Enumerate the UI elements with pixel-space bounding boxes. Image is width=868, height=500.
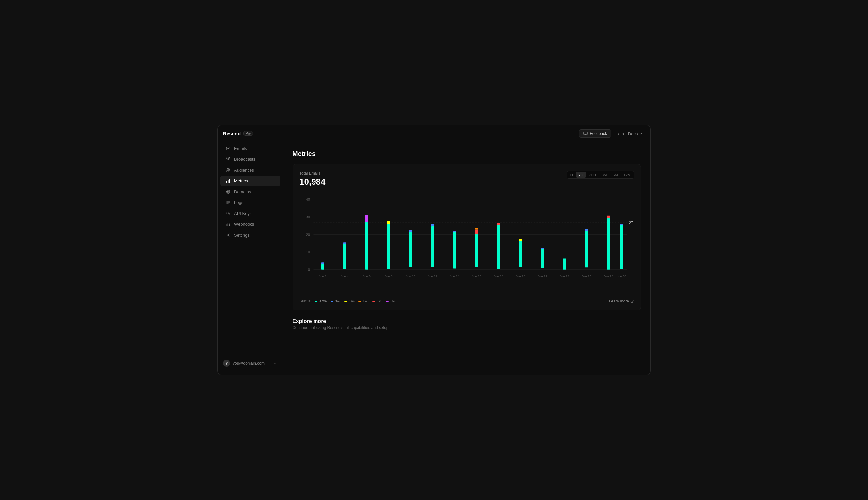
sidebar-item-broadcasts[interactable]: Broadcasts <box>220 154 280 164</box>
sidebar-label-emails: Emails <box>234 146 247 151</box>
legend-item-5: 3% <box>386 299 396 304</box>
svg-text:Jun 22: Jun 22 <box>538 274 547 278</box>
sidebar-item-domains[interactable]: Domains <box>220 186 280 197</box>
legend-color-2 <box>344 301 347 302</box>
time-btn-D[interactable]: D <box>568 172 576 178</box>
legend-color-5 <box>386 301 389 302</box>
user-menu-icon[interactable]: ··· <box>274 361 278 366</box>
sidebar-label-domains: Domains <box>234 189 251 194</box>
svg-text:Jun 28: Jun 28 <box>604 274 613 278</box>
svg-rect-40 <box>387 224 390 269</box>
legend-color-3 <box>358 301 361 302</box>
svg-text:Jun 6: Jun 6 <box>363 274 370 278</box>
svg-rect-6 <box>229 179 230 183</box>
explore-subtitle: Continue unlocking Resend's full capabil… <box>292 326 641 330</box>
svg-point-17 <box>226 225 227 226</box>
page-title: Metrics <box>292 150 641 158</box>
svg-rect-39 <box>365 215 368 222</box>
svg-rect-48 <box>475 234 478 267</box>
svg-text:30: 30 <box>306 215 310 219</box>
sidebar-label-logs: Logs <box>234 200 243 205</box>
sidebar-item-metrics[interactable]: Metrics <box>220 175 280 186</box>
time-btn-30D[interactable]: 30D <box>587 172 599 178</box>
svg-text:Jun 14: Jun 14 <box>450 274 459 278</box>
user-profile[interactable]: Y you@domain.com ··· <box>220 357 280 370</box>
app-name: Resend <box>223 130 241 136</box>
metric-value: 10,984 <box>299 177 326 187</box>
learn-more-link[interactable]: Learn more <box>609 299 634 304</box>
sidebar-item-webhooks[interactable]: Webhooks <box>220 219 280 229</box>
svg-rect-51 <box>497 225 500 269</box>
svg-text:Jun 16: Jun 16 <box>472 274 481 278</box>
svg-rect-34 <box>321 264 324 270</box>
explore-title: Explore more <box>292 318 641 324</box>
metrics-icon <box>225 178 231 183</box>
legend-item-0: 87% <box>314 299 327 304</box>
time-selector: D 7D 30D 3M 6M 12M <box>567 171 634 179</box>
svg-rect-61 <box>607 216 610 217</box>
feedback-icon <box>583 132 588 136</box>
svg-rect-59 <box>585 229 588 231</box>
svg-point-1 <box>227 158 229 160</box>
time-btn-7D[interactable]: 7D <box>576 172 586 178</box>
feedback-button[interactable]: Feedback <box>579 129 611 138</box>
svg-point-3 <box>229 169 230 170</box>
svg-text:Jun 30: Jun 30 <box>617 274 626 278</box>
plan-badge: Pro <box>243 131 253 136</box>
sidebar-item-emails[interactable]: Emails <box>220 143 280 154</box>
app-window: Resend Pro Emails <box>217 125 651 375</box>
bar-chart: 0 10 20 30 40 27 <box>299 192 634 291</box>
sidebar-item-logs[interactable]: Logs <box>220 197 280 208</box>
svg-rect-45 <box>431 224 434 226</box>
metric-info: Total Emails 10,984 <box>299 171 326 187</box>
chart-area: 0 10 20 30 40 27 <box>299 192 634 291</box>
sidebar-label-metrics: Metrics <box>234 179 248 183</box>
sidebar-item-api-keys[interactable]: API Keys <box>220 208 280 218</box>
legend-color-4 <box>372 301 375 302</box>
svg-text:Jun 1: Jun 1 <box>319 274 326 278</box>
time-btn-6M[interactable]: 6M <box>610 172 620 178</box>
svg-text:0: 0 <box>308 268 310 272</box>
svg-text:27: 27 <box>629 221 633 225</box>
legend-item-2: 1% <box>344 299 354 304</box>
sidebar-label-webhooks: Webhooks <box>234 222 254 227</box>
sidebar-item-settings[interactable]: Settings <box>220 230 280 240</box>
svg-rect-56 <box>541 248 544 249</box>
sidebar-bottom: Y you@domain.com ··· <box>218 353 283 370</box>
time-btn-3M[interactable]: 3M <box>599 172 609 178</box>
legend-color-1 <box>331 301 333 302</box>
svg-rect-5 <box>228 180 229 183</box>
legend-label-4: 1% <box>377 299 382 304</box>
docs-link[interactable]: Docs ↗ <box>628 131 643 136</box>
metric-label: Total Emails <box>299 171 326 175</box>
sidebar-item-audiences[interactable]: Audiences <box>220 165 280 175</box>
svg-text:Jun 24: Jun 24 <box>560 274 569 278</box>
feedback-label: Feedback <box>590 131 607 136</box>
svg-rect-47 <box>453 231 456 232</box>
svg-text:Jun 18: Jun 18 <box>494 274 503 278</box>
svg-rect-54 <box>519 239 522 242</box>
legend-label-0: 87% <box>319 299 327 304</box>
svg-line-80 <box>632 300 634 302</box>
svg-text:Jun 20: Jun 20 <box>516 274 525 278</box>
sidebar-label-api-keys: API Keys <box>234 211 252 216</box>
svg-text:Jun 10: Jun 10 <box>406 274 415 278</box>
time-btn-12M[interactable]: 12M <box>621 172 633 178</box>
svg-rect-43 <box>409 230 412 232</box>
svg-text:Jun 8: Jun 8 <box>385 274 392 278</box>
svg-rect-53 <box>519 241 522 267</box>
legend-status-label: Status <box>299 299 311 304</box>
svg-rect-46 <box>453 232 456 269</box>
svg-rect-57 <box>563 258 566 269</box>
legend-item-3: 1% <box>358 299 368 304</box>
svg-rect-41 <box>387 221 390 224</box>
user-email: you@domain.com <box>233 361 271 365</box>
chart-legend: Status 87% 3% 1% <box>299 299 396 304</box>
legend-color-0 <box>314 301 317 302</box>
svg-rect-49 <box>475 230 478 234</box>
sidebar-label-settings: Settings <box>234 232 249 238</box>
svg-rect-58 <box>585 231 588 268</box>
main-content: Feedback Help Docs ↗ Metrics Total Email… <box>283 125 650 375</box>
help-link[interactable]: Help <box>615 131 624 136</box>
svg-rect-42 <box>409 232 412 267</box>
